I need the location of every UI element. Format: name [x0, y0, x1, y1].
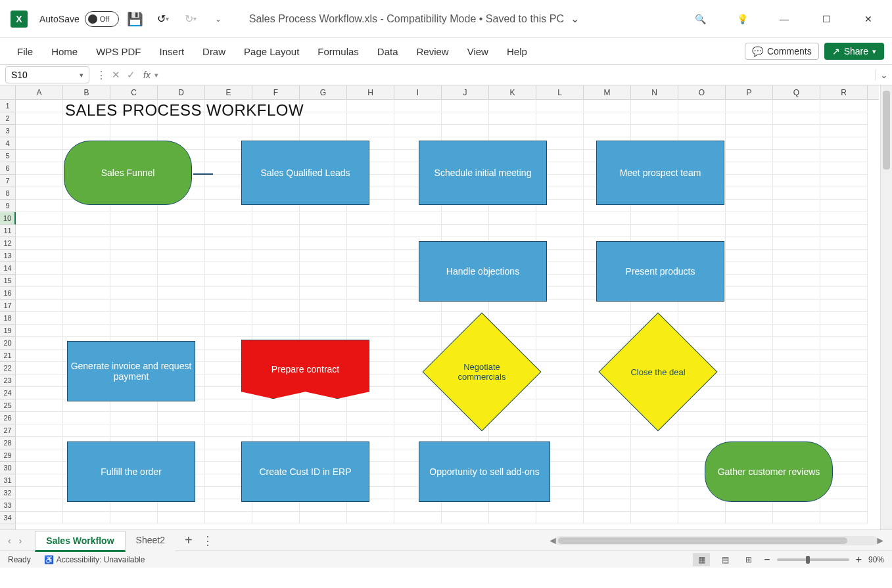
- cell[interactable]: [489, 312, 536, 325]
- cell[interactable]: [252, 212, 300, 225]
- cell[interactable]: [820, 499, 868, 512]
- cell[interactable]: [16, 237, 63, 250]
- cell[interactable]: [631, 449, 678, 462]
- cell[interactable]: [726, 112, 773, 125]
- cell[interactable]: [205, 312, 252, 325]
- column-header-M[interactable]: M: [584, 85, 631, 99]
- cell[interactable]: [773, 162, 820, 175]
- cell[interactable]: [584, 212, 631, 225]
- chevron-down-icon[interactable]: ▾: [80, 71, 83, 79]
- cell[interactable]: [442, 112, 489, 125]
- cell[interactable]: [773, 512, 820, 524]
- cell[interactable]: [678, 100, 726, 112]
- autosave-control[interactable]: AutoSave Off: [39, 11, 119, 27]
- menu-tab-draw[interactable]: Draw: [193, 42, 235, 61]
- cell[interactable]: [536, 374, 584, 387]
- cell[interactable]: [347, 312, 394, 325]
- cell[interactable]: [820, 100, 868, 112]
- column-header-G[interactable]: G: [300, 85, 347, 99]
- row-header-2[interactable]: 2: [0, 112, 15, 125]
- zoom-in-button[interactable]: +: [856, 554, 862, 566]
- cell[interactable]: [16, 312, 63, 325]
- row-header-5[interactable]: 5: [0, 150, 15, 162]
- cell[interactable]: [16, 412, 63, 424]
- cell[interactable]: [726, 225, 773, 237]
- row-header-11[interactable]: 11: [0, 225, 15, 237]
- cell[interactable]: [773, 300, 820, 312]
- cell[interactable]: [252, 300, 300, 312]
- cell[interactable]: [158, 262, 205, 275]
- cell[interactable]: [773, 312, 820, 325]
- cell[interactable]: [205, 225, 252, 237]
- cell[interactable]: [584, 312, 631, 325]
- vertical-scrollbar[interactable]: [880, 85, 892, 530]
- cell[interactable]: [584, 474, 631, 487]
- cell[interactable]: [16, 325, 63, 337]
- menu-tab-page-layout[interactable]: Page Layout: [235, 42, 308, 61]
- cell[interactable]: [678, 512, 726, 524]
- prev-sheet-button[interactable]: ‹: [8, 535, 11, 546]
- cell[interactable]: [16, 437, 63, 449]
- cell[interactable]: [394, 100, 442, 112]
- cell[interactable]: [773, 112, 820, 125]
- column-header-Q[interactable]: Q: [773, 85, 820, 99]
- cell[interactable]: [110, 250, 158, 262]
- column-headers[interactable]: ABCDEFGHIJKLMNOPQR: [16, 85, 879, 100]
- cell[interactable]: [16, 337, 63, 350]
- cell[interactable]: [63, 287, 110, 300]
- cell[interactable]: [158, 424, 205, 437]
- cell[interactable]: [820, 399, 868, 412]
- shape-handle-objections[interactable]: Handle objections: [419, 241, 547, 302]
- cell[interactable]: [820, 175, 868, 187]
- cell[interactable]: [110, 237, 158, 250]
- row-header-22[interactable]: 22: [0, 362, 15, 374]
- cell[interactable]: [252, 237, 300, 250]
- cell[interactable]: [300, 250, 347, 262]
- shape-fulfill-order[interactable]: Fulfill the order: [67, 441, 195, 502]
- cell[interactable]: [347, 424, 394, 437]
- cell[interactable]: [442, 512, 489, 524]
- cell[interactable]: [300, 212, 347, 225]
- cell[interactable]: [678, 312, 726, 325]
- cell[interactable]: [820, 412, 868, 424]
- cell[interactable]: [489, 112, 536, 125]
- cell[interactable]: [773, 374, 820, 387]
- row-header-29[interactable]: 29: [0, 449, 15, 462]
- cell[interactable]: [300, 512, 347, 524]
- cell[interactable]: [726, 387, 773, 399]
- scrollbar-thumb[interactable]: [558, 537, 847, 544]
- cell[interactable]: [63, 275, 110, 287]
- cell[interactable]: [110, 424, 158, 437]
- cell[interactable]: [158, 300, 205, 312]
- menu-tab-wps-pdf[interactable]: WPS PDF: [87, 42, 150, 61]
- cell[interactable]: [820, 237, 868, 250]
- cell[interactable]: [16, 300, 63, 312]
- cell[interactable]: [820, 125, 868, 137]
- cell[interactable]: [16, 512, 63, 524]
- cell[interactable]: [726, 200, 773, 212]
- cell[interactable]: [205, 237, 252, 250]
- column-header-B[interactable]: B: [63, 85, 110, 99]
- cell[interactable]: [536, 112, 584, 125]
- row-header-27[interactable]: 27: [0, 424, 15, 437]
- cell[interactable]: [584, 424, 631, 437]
- cell[interactable]: [726, 137, 773, 150]
- cell[interactable]: [252, 250, 300, 262]
- cell[interactable]: [16, 350, 63, 362]
- enter-formula-icon[interactable]: ✓: [127, 69, 135, 81]
- cell[interactable]: [536, 125, 584, 137]
- comments-button[interactable]: 💬 Comments: [745, 43, 819, 60]
- cell[interactable]: [584, 100, 631, 112]
- row-header-19[interactable]: 19: [0, 325, 15, 337]
- help-tips-button[interactable]: 💡: [729, 9, 755, 30]
- cell[interactable]: [63, 237, 110, 250]
- maximize-button[interactable]: ☐: [813, 9, 839, 30]
- cell[interactable]: [63, 325, 110, 337]
- cell[interactable]: [820, 275, 868, 287]
- cell[interactable]: [347, 212, 394, 225]
- cell[interactable]: [536, 325, 584, 337]
- cell[interactable]: [300, 112, 347, 125]
- next-sheet-button[interactable]: ›: [19, 535, 22, 546]
- cell[interactable]: [631, 437, 678, 449]
- cell[interactable]: [252, 262, 300, 275]
